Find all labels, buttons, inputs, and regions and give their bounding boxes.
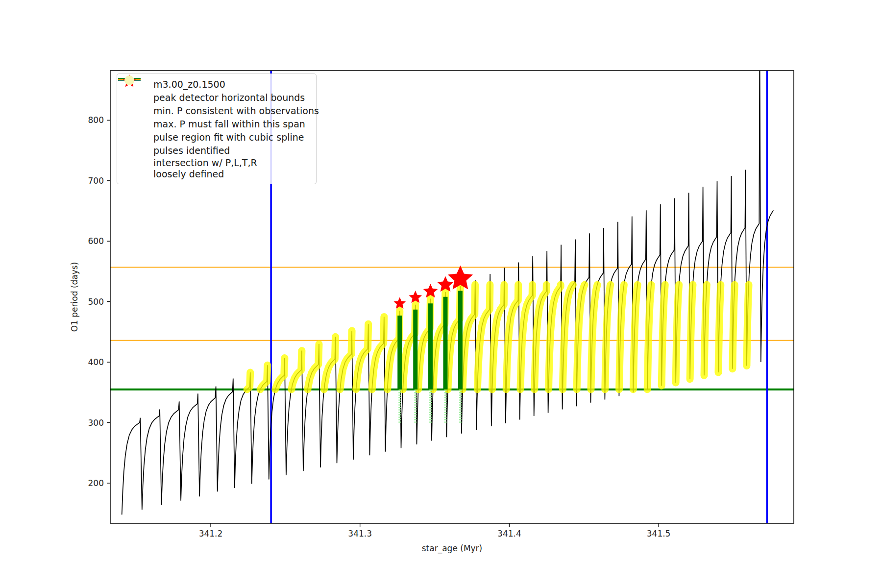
intersection-region [647, 285, 651, 390]
legend-entry-label: pulse region fit with cubic spline [153, 132, 304, 143]
y-tick-label: 800 [88, 115, 104, 125]
intersection-region [704, 285, 707, 375]
intersection-region [718, 285, 721, 372]
intersection-region [747, 285, 749, 366]
intersection-region [690, 285, 693, 379]
y-tick-label: 400 [88, 357, 104, 367]
x-axis-label: star_age (Myr) [422, 543, 482, 554]
x-tick-label: 341.4 [497, 529, 521, 539]
legend-entry-label: min. P consistent with observations [153, 105, 319, 117]
y-tick-label: 300 [88, 418, 104, 428]
x-tick-label: 341.3 [348, 529, 372, 539]
x-tick-label: 341.2 [199, 529, 223, 539]
legend-entry-label: m3.00_z0.1500 [153, 79, 225, 90]
legend-entry-4: max. P must fall within this span [122, 118, 311, 131]
figure: 341.2341.3341.4341.520030040050060070080… [0, 0, 882, 588]
legend-entry-label: peak detector horizontal bounds [153, 92, 305, 103]
legend-entry-label: pulses identified [153, 145, 230, 156]
intersection-region [662, 285, 665, 386]
y-tick-label: 200 [88, 478, 104, 488]
legend-entry-7: intersection w/ P,L,T,Rloosely defined [122, 157, 311, 180]
y-axis-label: O1 period (days) [70, 262, 79, 332]
legend-entry-6: pulses identified [122, 144, 311, 157]
intersection-region [247, 372, 250, 390]
legend-box: m3.00_z0.1500peak detector horizontal bo… [117, 74, 317, 184]
intersection-region [676, 285, 679, 383]
legend-entry-label: intersection w/ P,L,T,Rloosely defined [153, 157, 257, 180]
legend-entry-1: m3.00_z0.1500 [122, 78, 311, 91]
legend-entry-2: peak detector horizontal bounds [122, 91, 311, 104]
intersection-region [633, 285, 637, 390]
intersection-region [733, 285, 735, 369]
y-tick-label: 600 [88, 236, 104, 246]
legend-entry-label: max. P must fall within this span [153, 119, 305, 130]
y-tick-label: 700 [88, 176, 104, 186]
legend-entry-3: min. P consistent with observations [122, 104, 311, 118]
legend-entry-5: pulse region fit with cubic spline [122, 131, 311, 144]
x-tick-label: 341.5 [647, 529, 671, 539]
y-tick-label: 500 [88, 297, 104, 307]
